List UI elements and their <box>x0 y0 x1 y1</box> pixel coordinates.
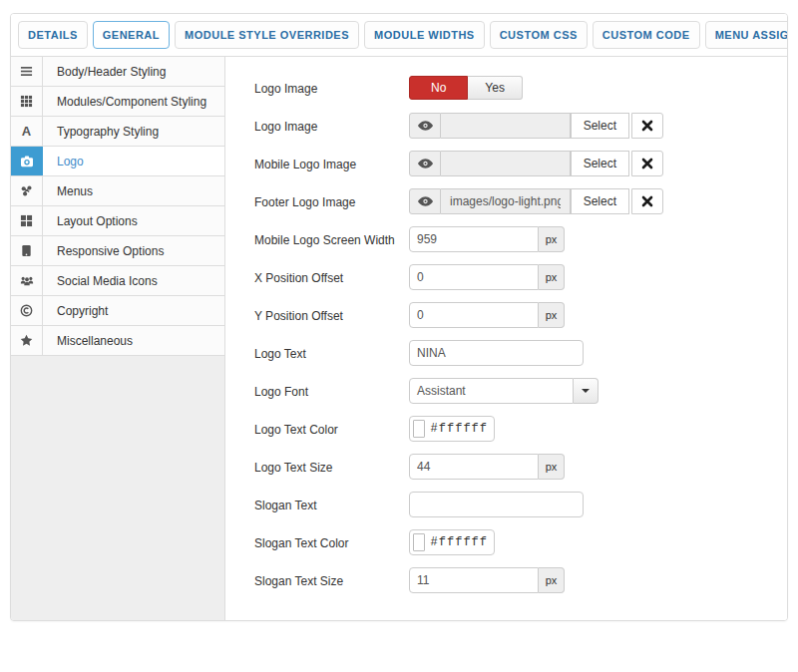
sidebar-item-copyright[interactable]: Copyright <box>11 296 224 326</box>
slogan-text-size-field: px <box>409 567 565 593</box>
form-row-mobile-logo-image: Mobile Logo Image Select <box>254 151 767 176</box>
footer-logo-image-select-button[interactable]: Select <box>571 188 629 214</box>
sidebar-item-label: Responsive Options <box>43 236 224 265</box>
field-label: Slogan Text Size <box>254 567 409 588</box>
sidebar-item-menus[interactable]: Menus <box>11 176 224 206</box>
logo-text-input[interactable] <box>409 340 584 366</box>
form-row-slogan-text: Slogan Text <box>254 492 767 517</box>
field-label: Slogan Text Color <box>254 529 409 550</box>
logo-image-toggle: No Yes <box>409 76 523 100</box>
tablet-icon <box>11 236 43 265</box>
logo-font-value[interactable]: Assistant <box>409 378 574 404</box>
sidebar-item-modules-component-styling[interactable]: Modules/Component Styling <box>11 87 224 117</box>
field-label: Logo Text <box>254 340 409 361</box>
sidebar-item-label: Social Media Icons <box>43 266 224 295</box>
form-row-logo-text: Logo Text <box>254 340 767 366</box>
copyright-icon <box>11 296 43 325</box>
form-row-logo-image: Logo Image Select <box>254 113 767 139</box>
tab-general[interactable]: GENERAL <box>93 21 170 49</box>
star-icon <box>11 326 43 355</box>
form-row-mobile-logo-screen-width: Mobile Logo Screen Width px <box>254 226 767 252</box>
form-row-logo-text-color: Logo Text Color #ffffff <box>254 416 767 442</box>
y-position-offset-field: px <box>409 302 565 328</box>
eye-icon[interactable] <box>409 151 441 176</box>
sidebar-item-body-header-styling[interactable]: Body/Header Styling <box>11 57 224 87</box>
template-settings-panel: DETAILS GENERAL MODULE STYLE OVERRIDES M… <box>10 13 788 621</box>
tab-bar: DETAILS GENERAL MODULE STYLE OVERRIDES M… <box>11 14 787 57</box>
mobile-logo-image-select-button[interactable]: Select <box>571 151 629 176</box>
sidebar-item-miscellaneous[interactable]: Miscellaneous <box>11 326 224 356</box>
eye-icon[interactable] <box>409 113 441 139</box>
unit-addon: px <box>539 226 565 252</box>
form-row-logo-font: Logo Font Assistant <box>254 378 767 404</box>
tab-menu-assignment[interactable]: MENU ASSIGNMENT <box>705 21 788 49</box>
logo-image-media-field: Select <box>409 113 663 139</box>
remove-icon[interactable] <box>631 151 663 176</box>
mobile-logo-screen-width-field: px <box>409 226 565 252</box>
sidebar-item-label: Layout Options <box>43 206 224 235</box>
form-row-slogan-text-color: Slogan Text Color #ffffff <box>254 529 767 555</box>
grid-icon <box>11 87 43 116</box>
x-position-offset-input[interactable] <box>409 264 539 290</box>
slogan-text-input[interactable] <box>409 492 584 517</box>
footer-logo-image-media-field: Select <box>409 188 663 214</box>
users-icon <box>11 266 43 295</box>
unit-addon: px <box>539 454 565 480</box>
sidebar-item-layout-options[interactable]: Layout Options <box>11 206 224 236</box>
color-swatch <box>413 420 425 438</box>
layout-grid-icon <box>11 206 43 235</box>
remove-icon[interactable] <box>631 188 663 214</box>
sidebar-item-social-media-icons[interactable]: Social Media Icons <box>11 266 224 296</box>
mobile-logo-screen-width-input[interactable] <box>409 226 539 252</box>
bars-icon <box>11 57 43 86</box>
tab-custom-code[interactable]: CUSTOM CODE <box>593 21 700 49</box>
share-icon <box>11 176 43 205</box>
field-label: Mobile Logo Screen Width <box>254 226 409 247</box>
tab-custom-css[interactable]: CUSTOM CSS <box>490 21 588 49</box>
form-row-x-position-offset: X Position Offset px <box>254 264 767 290</box>
tab-details[interactable]: DETAILS <box>18 21 88 49</box>
logo-font-select: Assistant <box>409 378 598 404</box>
slogan-text-size-input[interactable] <box>409 567 539 593</box>
remove-icon[interactable] <box>631 113 663 139</box>
mobile-logo-image-path-input[interactable] <box>441 151 571 176</box>
unit-addon: px <box>539 302 565 328</box>
logo-image-no-button[interactable]: No <box>409 76 468 100</box>
sidebar-item-label: Miscellaneous <box>43 326 224 355</box>
form-row-slogan-text-size: Slogan Text Size px <box>254 567 767 593</box>
field-label: Y Position Offset <box>254 302 409 323</box>
field-label: Logo Text Size <box>254 454 409 475</box>
form-row-logo-image-toggle: Logo Image No Yes <box>254 75 767 101</box>
sidebar-item-responsive-options[interactable]: Responsive Options <box>11 236 224 266</box>
logo-image-path-input[interactable] <box>441 113 571 139</box>
logo-text-size-input[interactable] <box>409 454 539 480</box>
tab-module-widths[interactable]: MODULE WIDTHS <box>364 21 485 49</box>
field-label: X Position Offset <box>254 264 409 285</box>
eye-icon[interactable] <box>409 188 441 214</box>
logo-settings-form: Logo Image No Yes Logo Image Select <box>225 57 787 621</box>
logo-text-size-field: px <box>409 454 565 480</box>
sidebar-item-logo[interactable]: Logo <box>11 147 224 176</box>
sidebar-item-typography-styling[interactable]: A Typography Styling <box>11 117 224 147</box>
slogan-text-color-field[interactable]: #ffffff <box>409 529 495 555</box>
logo-image-select-button[interactable]: Select <box>571 113 629 139</box>
sidebar-item-label: Logo <box>43 147 224 175</box>
x-position-offset-field: px <box>409 264 565 290</box>
footer-logo-image-path-input[interactable] <box>441 188 571 214</box>
caret-down-icon[interactable] <box>574 378 598 404</box>
font-icon: A <box>11 117 43 146</box>
unit-addon: px <box>539 567 565 593</box>
field-label: Mobile Logo Image <box>254 151 409 171</box>
field-label: Slogan Text <box>254 492 409 512</box>
mobile-logo-image-media-field: Select <box>409 151 663 176</box>
logo-text-color-field[interactable]: #ffffff <box>409 416 495 442</box>
color-hex-value: #ffffff <box>431 535 488 549</box>
form-row-y-position-offset: Y Position Offset px <box>254 302 767 328</box>
logo-image-yes-button[interactable]: Yes <box>468 76 523 100</box>
color-swatch <box>413 533 425 551</box>
tab-module-style-overrides[interactable]: MODULE STYLE OVERRIDES <box>175 21 359 49</box>
y-position-offset-input[interactable] <box>409 302 539 328</box>
form-row-logo-text-size: Logo Text Size px <box>254 454 767 480</box>
color-hex-value: #ffffff <box>431 422 488 436</box>
field-label: Logo Font <box>254 378 409 399</box>
